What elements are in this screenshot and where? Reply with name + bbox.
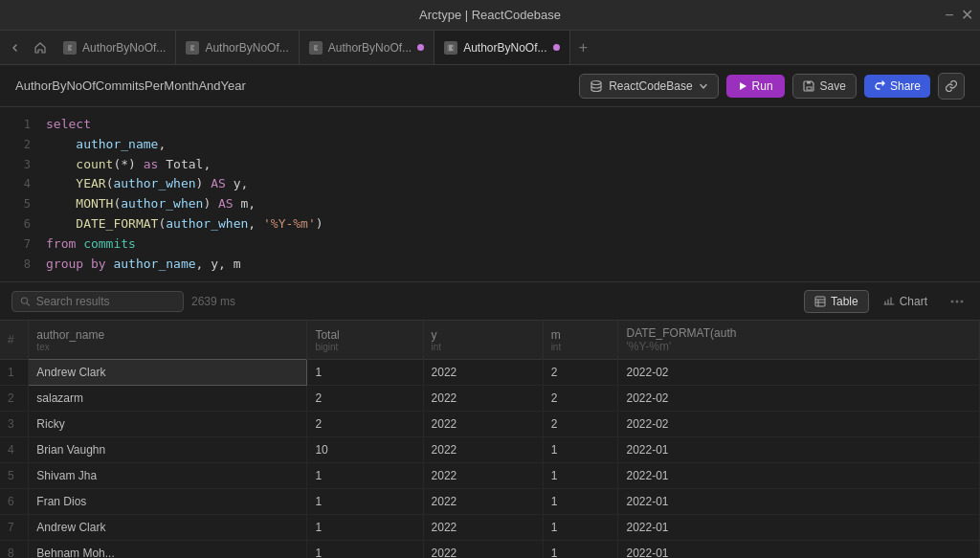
col-header-date-format[interactable]: DATE_FORMAT(auth'%Y-%m' xyxy=(618,321,980,360)
cell-date-format: 2022-02 xyxy=(618,386,980,412)
more-options-button[interactable] xyxy=(946,290,969,313)
results-table: # author_nametex Totalbigint yint mint D… xyxy=(0,321,980,558)
window-controls: − ✕ xyxy=(944,10,972,21)
tab-back-button[interactable] xyxy=(4,31,27,64)
cell-row-num: 4 xyxy=(0,437,29,463)
tab-bar: AuthorByNoOf... AuthorByNoOf... AuthorBy… xyxy=(0,31,980,65)
tab-modified-indicator xyxy=(417,44,424,51)
tab-label: AuthorByNoOf... xyxy=(463,41,546,55)
cell-author-name: Ricky xyxy=(29,412,307,437)
tab-icon xyxy=(309,41,323,55)
tab-1[interactable]: AuthorByNoOf... xyxy=(54,31,176,64)
titlebar: Arctype | ReactCodebase − ✕ xyxy=(0,0,980,31)
table-row: 3 Ricky 2 2022 2 2022-02 xyxy=(0,412,980,437)
cell-date-format: 2022-01 xyxy=(618,515,980,541)
col-header-y[interactable]: yint xyxy=(423,321,543,360)
database-name: ReactCodeBase xyxy=(609,79,692,93)
chart-view-button[interactable]: Chart xyxy=(873,290,938,313)
cell-total: 1 xyxy=(307,360,423,386)
action-buttons: ReactCodeBase Run Save Share xyxy=(579,73,965,100)
tab-icon xyxy=(63,41,77,55)
cell-y: 2022 xyxy=(423,489,543,515)
tab-add-button[interactable]: + xyxy=(570,31,597,64)
minimize-button[interactable]: − xyxy=(944,10,955,21)
table-row: 7 Andrew Clark 1 2022 1 2022-01 xyxy=(0,515,980,541)
results-toolbar: 2639 ms Table Chart xyxy=(0,282,980,321)
save-button[interactable]: Save xyxy=(792,74,857,99)
run-button[interactable]: Run xyxy=(726,75,785,98)
col-header-author-name[interactable]: author_nametex xyxy=(29,321,307,360)
close-button[interactable]: ✕ xyxy=(961,10,972,21)
chart-btn-label: Chart xyxy=(900,295,927,308)
tab-4-active[interactable]: AuthorByNoOf... xyxy=(434,31,569,64)
link-button[interactable] xyxy=(938,73,965,100)
table-row: 5 Shivam Jha 1 2022 1 2022-01 xyxy=(0,463,980,489)
tab-3[interactable]: AuthorByNoOf... xyxy=(300,31,434,64)
cell-m: 1 xyxy=(543,515,618,541)
results-area: 2639 ms Table Chart # author_nametex Tot… xyxy=(0,282,980,558)
sql-editor[interactable]: 1 select 2 author_name, 3 count(*) as To… xyxy=(0,107,980,282)
cell-y: 2022 xyxy=(423,386,543,412)
cell-m: 1 xyxy=(543,437,618,463)
cell-y: 2022 xyxy=(423,515,543,541)
tab-2[interactable]: AuthorByNoOf... xyxy=(176,31,299,64)
col-header-row-num: # xyxy=(0,321,29,360)
svg-rect-9 xyxy=(815,297,825,306)
cell-y: 2022 xyxy=(423,541,543,558)
cell-row-num: 1 xyxy=(0,360,29,386)
table-view-button[interactable]: Table xyxy=(804,290,869,313)
cell-total: 1 xyxy=(307,541,423,558)
col-header-m[interactable]: mint xyxy=(543,321,618,360)
cell-total: 1 xyxy=(307,515,423,541)
cell-m: 2 xyxy=(543,386,618,412)
cell-y: 2022 xyxy=(423,437,543,463)
code-line-6: 6 DATE_FORMAT(author_when, '%Y-%m') xyxy=(0,214,980,234)
database-selector[interactable]: ReactCodeBase xyxy=(579,74,718,99)
tab-home-button[interactable] xyxy=(27,31,54,64)
search-box[interactable] xyxy=(11,291,184,312)
code-line-8: 8 group by author_name, y, m xyxy=(0,255,980,275)
table-row: 8 Behnam Moh... 1 2022 1 2022-01 xyxy=(0,541,980,558)
tab-icon xyxy=(186,41,199,55)
cell-author-name: Andrew Clark xyxy=(29,515,307,541)
cell-total: 2 xyxy=(307,412,423,437)
svg-point-8 xyxy=(21,298,27,303)
tab-modified-indicator xyxy=(553,44,560,51)
cell-m: 2 xyxy=(543,360,618,386)
query-title: AuthorByNoOfCommitsPerMonthAndYear xyxy=(15,78,568,93)
cell-author-name: Brian Vaughn xyxy=(29,437,307,463)
share-button[interactable]: Share xyxy=(864,75,930,98)
code-line-4: 4 YEAR(author_when) AS y, xyxy=(0,174,980,194)
svg-rect-7 xyxy=(807,81,811,84)
search-icon xyxy=(20,296,31,307)
cell-date-format: 2022-01 xyxy=(618,489,980,515)
tab-label: AuthorByNoOf... xyxy=(328,41,412,55)
cell-row-num: 8 xyxy=(0,541,29,558)
cell-total: 2 xyxy=(307,386,423,412)
svg-rect-6 xyxy=(807,87,812,90)
svg-point-11 xyxy=(956,300,959,302)
table-btn-label: Table xyxy=(831,295,858,308)
cell-m: 1 xyxy=(543,541,618,558)
cell-m: 1 xyxy=(543,463,618,489)
cell-total: 1 xyxy=(307,463,423,489)
code-line-5: 5 MONTH(author_when) AS m, xyxy=(0,194,980,214)
svg-point-12 xyxy=(961,300,964,302)
table-row: 2 salazarm 2 2022 2 2022-02 xyxy=(0,386,980,412)
table-header-row: # author_nametex Totalbigint yint mint D… xyxy=(0,321,980,360)
table-icon xyxy=(814,296,826,307)
cell-author-name: Shivam Jha xyxy=(29,463,307,489)
tab-label: AuthorByNoOf... xyxy=(82,41,166,55)
cell-m: 2 xyxy=(543,412,618,437)
header-bar: AuthorByNoOfCommitsPerMonthAndYear React… xyxy=(0,65,980,107)
search-input[interactable] xyxy=(36,295,175,308)
cell-date-format: 2022-01 xyxy=(618,463,980,489)
chart-icon xyxy=(883,296,895,307)
cell-row-num: 5 xyxy=(0,463,29,489)
cell-date-format: 2022-01 xyxy=(618,437,980,463)
code-line-3: 3 count(*) as Total, xyxy=(0,155,980,175)
run-label: Run xyxy=(752,79,773,93)
col-header-total[interactable]: Totalbigint xyxy=(307,321,423,360)
view-toggle: Table Chart xyxy=(804,290,938,313)
cell-row-num: 7 xyxy=(0,515,29,541)
